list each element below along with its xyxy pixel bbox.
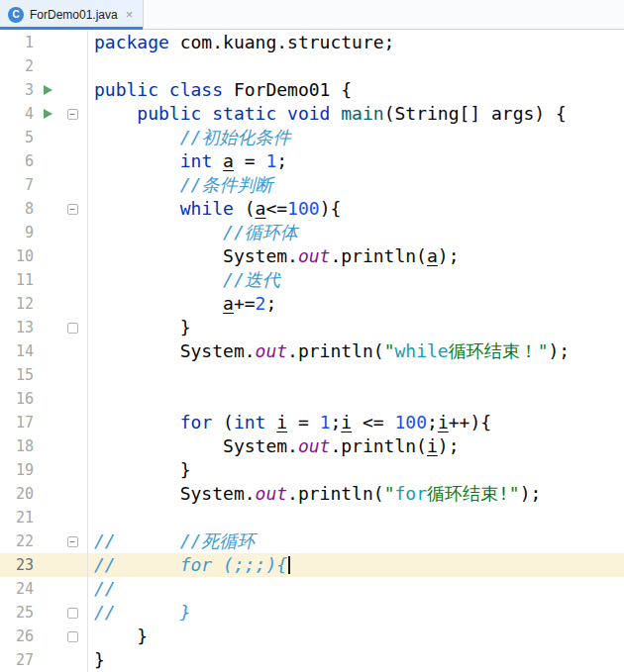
gutter[interactable]: 25 [0, 601, 88, 624]
line-number[interactable]: 7 [0, 173, 34, 197]
tab-fordemo01-java[interactable]: C ForDemo01.java × [0, 0, 144, 29]
fold-marker-slot[interactable] [61, 323, 83, 334]
code-line[interactable]: 6 int a = 1; [0, 149, 624, 173]
code-editor[interactable]: 1package com.kuang.structure;23public cl… [0, 30, 624, 672]
line-number[interactable]: 4 [0, 102, 34, 126]
code-text[interactable]: System.out.println(i); [88, 434, 624, 458]
code-line[interactable]: 22−// //死循环 [0, 529, 624, 553]
code-text[interactable]: //迭代 [88, 268, 624, 292]
gutter[interactable]: 8− [0, 197, 88, 221]
code-text[interactable] [88, 506, 624, 529]
run-icon[interactable] [44, 109, 52, 119]
line-number[interactable]: 13 [0, 316, 34, 339]
gutter[interactable]: 7 [0, 173, 88, 197]
code-line[interactable]: 24// [0, 577, 624, 601]
code-line[interactable]: 26 } [0, 624, 624, 648]
code-text[interactable]: // //死循环 [88, 529, 624, 553]
gutter[interactable]: 27 [0, 648, 88, 672]
gutter[interactable]: 13 [0, 316, 88, 339]
code-line[interactable]: 7 //条件判断 [0, 173, 624, 197]
gutter[interactable]: 16 [0, 387, 88, 411]
code-text[interactable]: int a = 1; [88, 149, 624, 173]
line-number[interactable]: 3 [0, 78, 34, 102]
line-number[interactable]: 11 [0, 268, 34, 292]
code-text[interactable]: } [88, 624, 624, 648]
line-number[interactable]: 19 [0, 458, 34, 482]
fold-collapse-icon[interactable]: − [67, 109, 78, 120]
code-text[interactable]: //条件判断 [88, 173, 624, 197]
code-text[interactable]: //初始化条件 [88, 126, 624, 149]
code-text[interactable]: } [88, 648, 624, 672]
line-number[interactable]: 21 [0, 506, 34, 529]
line-number[interactable]: 22 [0, 529, 34, 553]
gutter[interactable]: 2 [0, 54, 88, 78]
gutter[interactable]: 14 [0, 339, 88, 363]
fold-end-icon[interactable] [67, 323, 78, 334]
gutter[interactable]: 22− [0, 529, 88, 553]
code-line[interactable]: 17 for (int i = 1;i <= 100;i++){ [0, 411, 624, 434]
code-text[interactable]: System.out.println(a); [88, 244, 624, 268]
gutter[interactable]: 19 [0, 458, 88, 482]
line-number[interactable]: 14 [0, 339, 34, 363]
fold-marker-slot[interactable]: − [61, 109, 83, 120]
code-text[interactable]: for (int i = 1;i <= 100;i++){ [88, 411, 624, 434]
gutter[interactable]: 21 [0, 506, 88, 529]
code-line[interactable]: 5 //初始化条件 [0, 126, 624, 149]
line-number[interactable]: 10 [0, 244, 34, 268]
code-line[interactable]: 18 System.out.println(i); [0, 434, 624, 458]
fold-marker-slot[interactable]: − [61, 536, 83, 547]
line-number[interactable]: 12 [0, 292, 34, 316]
code-text[interactable] [88, 363, 624, 387]
gutter[interactable]: 20 [0, 482, 88, 506]
code-line[interactable]: 15 [0, 363, 624, 387]
code-text[interactable]: package com.kuang.structure; [88, 31, 624, 54]
line-number[interactable]: 17 [0, 411, 34, 434]
fold-end-icon[interactable] [67, 608, 78, 619]
gutter[interactable]: 12 [0, 292, 88, 316]
fold-end-icon[interactable] [67, 631, 78, 642]
line-number[interactable]: 16 [0, 387, 34, 411]
line-number[interactable]: 26 [0, 624, 34, 648]
line-number[interactable]: 9 [0, 221, 34, 244]
code-text[interactable]: // } [88, 601, 624, 624]
gutter[interactable]: 1 [0, 31, 88, 54]
line-number[interactable]: 23 [0, 553, 34, 577]
line-number[interactable]: 15 [0, 363, 34, 387]
line-number[interactable]: 24 [0, 577, 34, 601]
gutter[interactable]: 10 [0, 244, 88, 268]
gutter[interactable]: 24 [0, 577, 88, 601]
tab-close-icon[interactable]: × [126, 8, 134, 21]
code-line[interactable]: 13 } [0, 316, 624, 339]
run-button[interactable] [34, 109, 61, 119]
code-text[interactable]: System.out.println("for循环结束!"); [88, 482, 624, 506]
code-line[interactable]: 16 [0, 387, 624, 411]
line-number[interactable]: 6 [0, 149, 34, 173]
fold-marker-slot[interactable] [61, 631, 83, 642]
code-line[interactable]: 2 [0, 54, 624, 78]
gutter[interactable]: 11 [0, 268, 88, 292]
code-text[interactable]: //循环体 [88, 221, 624, 244]
gutter[interactable]: 26 [0, 624, 88, 648]
gutter[interactable]: 9 [0, 221, 88, 244]
code-line[interactable]: 20 System.out.println("for循环结束!"); [0, 482, 624, 506]
fold-collapse-icon[interactable]: − [67, 204, 78, 215]
gutter[interactable]: 15 [0, 363, 88, 387]
line-number[interactable]: 20 [0, 482, 34, 506]
line-number[interactable]: 2 [0, 54, 34, 78]
code-line[interactable]: 1package com.kuang.structure; [0, 31, 624, 54]
line-number[interactable]: 1 [0, 31, 34, 54]
line-number[interactable]: 8 [0, 197, 34, 221]
fold-marker-slot[interactable]: − [61, 204, 83, 215]
code-line[interactable]: 19 } [0, 458, 624, 482]
code-line[interactable]: 10 System.out.println(a); [0, 244, 624, 268]
code-line[interactable]: 9 //循环体 [0, 221, 624, 244]
code-text[interactable]: public class ForDemo01 { [88, 78, 624, 102]
code-line[interactable]: 14 System.out.println("while循环结束！"); [0, 339, 624, 363]
run-button[interactable] [34, 85, 61, 95]
code-line[interactable]: 12 a+=2; [0, 292, 624, 316]
line-number[interactable]: 5 [0, 126, 34, 149]
fold-marker-slot[interactable] [61, 608, 83, 619]
run-icon[interactable] [44, 85, 52, 95]
line-number[interactable]: 18 [0, 434, 34, 458]
gutter[interactable]: 3 [0, 78, 88, 102]
